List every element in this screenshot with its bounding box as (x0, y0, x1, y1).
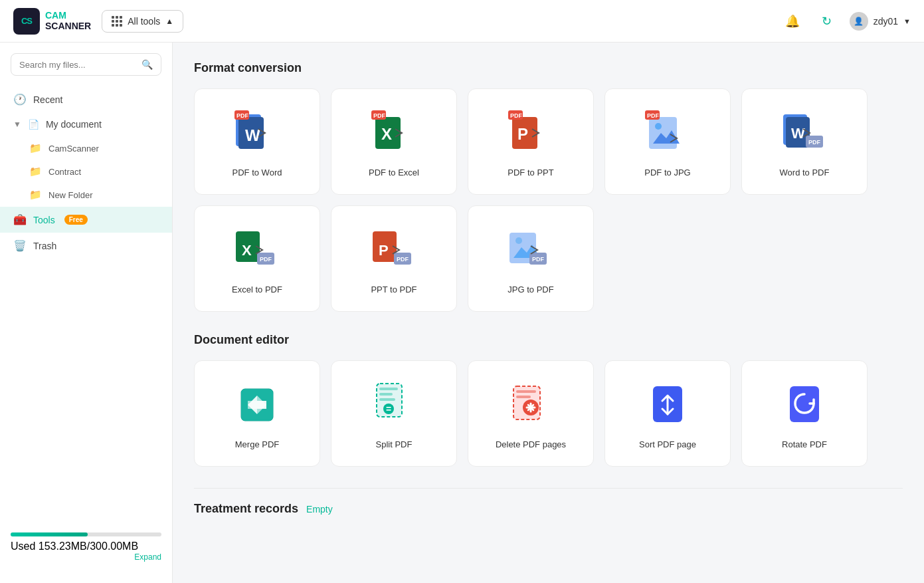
svg-point-33 (515, 237, 522, 244)
folder-label: Contract (48, 167, 81, 177)
refresh-button[interactable]: ↻ (815, 9, 839, 33)
user-menu-button[interactable]: 👤 zdy01 ▼ (850, 12, 911, 31)
sort-pdf-page-label: Sort PDF page (639, 439, 696, 449)
search-input[interactable] (19, 60, 136, 70)
folder-label: CamScanner (48, 144, 99, 154)
svg-text:PDF: PDF (510, 112, 523, 119)
app-body: 🔍 🕐 Recent ▼ 📄 My document 📁 CamScanner … (0, 43, 924, 583)
svg-text:PDF: PDF (647, 112, 660, 119)
merge-pdf-icon (231, 378, 284, 431)
svg-text:PDF: PDF (532, 256, 545, 263)
svg-rect-40 (379, 388, 398, 390)
trash-icon: 🗑️ (13, 239, 27, 252)
pdf-to-excel-label: PDF to Excel (369, 168, 419, 177)
tool-merge-pdf[interactable]: Merge PDF (194, 360, 320, 467)
storage-text: Used 153.23MB/300.00MB (11, 540, 138, 552)
header: CS CAM SCANNER All tools ▲ 🔔 ↻ 👤 (0, 0, 924, 43)
document-editor-grid: Merge PDF = Spl (194, 360, 903, 467)
tools-label: Tools (33, 215, 55, 225)
sort-pdf-page-icon (641, 378, 694, 431)
search-icon: 🔍 (141, 59, 153, 70)
tool-rotate-pdf[interactable]: Rotate PDF (741, 360, 868, 467)
sidebar-folder-contract[interactable]: 📁 Contract (19, 160, 167, 183)
all-tools-button[interactable]: All tools ▲ (102, 10, 183, 33)
format-conversion-grid: W PDF PDF to Word X PDF (194, 88, 903, 312)
folder-label: New Folder (48, 190, 92, 200)
format-conversion-title: Format conversion (194, 61, 903, 75)
sidebar-storage: Used 153.23MB/300.00MB Expand (0, 522, 172, 572)
document-icon: 📄 (28, 119, 39, 130)
svg-text:PDF: PDF (373, 112, 386, 119)
avatar-icon: 👤 (854, 17, 864, 26)
tool-excel-to-pdf[interactable]: X PDF Excel to PDF (194, 205, 320, 312)
bell-icon: 🔔 (785, 14, 800, 29)
split-pdf-label: Split PDF (376, 439, 413, 449)
pdf-to-jpg-icon: PDF (641, 106, 694, 160)
username-label: zdy01 (874, 16, 898, 27)
split-pdf-icon: = (367, 378, 420, 431)
search-box[interactable]: 🔍 (11, 53, 161, 76)
tool-sort-pdf-page[interactable]: Sort PDF page (604, 360, 731, 467)
jpg-to-pdf-icon: PDF (504, 223, 557, 277)
treatment-records-header: Treatment records Empty (194, 502, 903, 516)
expand-button[interactable]: Expand (134, 552, 161, 562)
logo: CS CAM SCANNER (13, 8, 91, 35)
sidebar-folder-camscanner[interactable]: 📁 CamScanner (19, 137, 167, 160)
tool-word-to-pdf[interactable]: W PDF Word to PDF (741, 88, 868, 195)
folder-icon: 📁 (29, 142, 42, 154)
pdf-to-word-icon: W PDF (231, 106, 284, 160)
tool-pdf-to-word[interactable]: W PDF PDF to Word (194, 88, 320, 195)
svg-text:=: = (386, 404, 391, 414)
tool-split-pdf[interactable]: = Split PDF (331, 360, 457, 467)
svg-text:PDF: PDF (260, 256, 272, 263)
rotate-pdf-label: Rotate PDF (782, 439, 827, 449)
recent-label: Recent (33, 94, 62, 105)
logo-text: CAM SCANNER (45, 11, 91, 31)
storage-bar-background (11, 532, 161, 536)
chevron-down-icon: ▼ (13, 120, 21, 129)
trash-label: Trash (33, 241, 56, 251)
pdf-to-ppt-label: PDF to PPT (508, 168, 553, 177)
svg-point-15 (655, 123, 662, 130)
excel-to-pdf-label: Excel to PDF (232, 285, 282, 294)
excel-to-pdf-icon: X PDF (231, 223, 284, 277)
jpg-to-pdf-label: JPG to PDF (508, 285, 553, 294)
treatment-records-empty[interactable]: Empty (306, 504, 333, 515)
chevron-up-icon: ▲ (165, 17, 173, 26)
sidebar-item-tools[interactable]: 🧰 Tools Free (0, 207, 172, 233)
tool-delete-pdf-pages[interactable]: Delete PDF pages (468, 360, 594, 467)
svg-rect-42 (379, 398, 395, 401)
pdf-to-word-label: PDF to Word (232, 168, 282, 177)
svg-rect-41 (379, 393, 393, 396)
sidebar-item-mydocument[interactable]: ▼ 📄 My document (0, 112, 172, 136)
tool-pdf-to-jpg[interactable]: PDF PDF to JPG (604, 88, 731, 195)
svg-text:PDF: PDF (236, 112, 249, 119)
tool-pdf-to-ppt[interactable]: P PDF PDF to PPT (468, 88, 594, 195)
svg-text:PDF: PDF (397, 256, 409, 263)
folder-list: 📁 CamScanner 📁 Contract 📁 New Folder (0, 136, 172, 207)
free-badge: Free (64, 215, 88, 225)
storage-bar-fill (11, 532, 88, 536)
sidebar: 🔍 🕐 Recent ▼ 📄 My document 📁 CamScanner … (0, 43, 173, 583)
header-right: 🔔 ↻ 👤 zdy01 ▼ (781, 9, 911, 33)
pdf-to-ppt-icon: P PDF (504, 106, 557, 160)
sidebar-item-recent[interactable]: 🕐 Recent (0, 86, 172, 112)
tool-ppt-to-pdf[interactable]: P PDF PPT to PDF (331, 205, 457, 312)
section-divider (194, 488, 903, 489)
svg-text:W: W (791, 125, 805, 142)
folder-icon: 📁 (29, 166, 42, 177)
sidebar-item-trash[interactable]: 🗑️ Trash (0, 233, 172, 259)
pdf-to-excel-icon: X PDF (367, 106, 420, 160)
delete-pdf-pages-label: Delete PDF pages (496, 439, 566, 449)
tool-pdf-to-excel[interactable]: X PDF PDF to Excel (331, 88, 457, 195)
my-document-label: My document (46, 119, 102, 130)
word-to-pdf-label: Word to PDF (780, 168, 830, 177)
rotate-pdf-icon (778, 378, 831, 431)
svg-text:P: P (379, 242, 389, 259)
svg-text:W: W (245, 126, 260, 144)
sidebar-folder-newfolder[interactable]: 📁 New Folder (19, 183, 167, 206)
merge-pdf-label: Merge PDF (235, 439, 279, 449)
svg-rect-47 (516, 396, 531, 398)
tool-jpg-to-pdf[interactable]: PDF JPG to PDF (468, 205, 594, 312)
notification-button[interactable]: 🔔 (781, 9, 804, 33)
